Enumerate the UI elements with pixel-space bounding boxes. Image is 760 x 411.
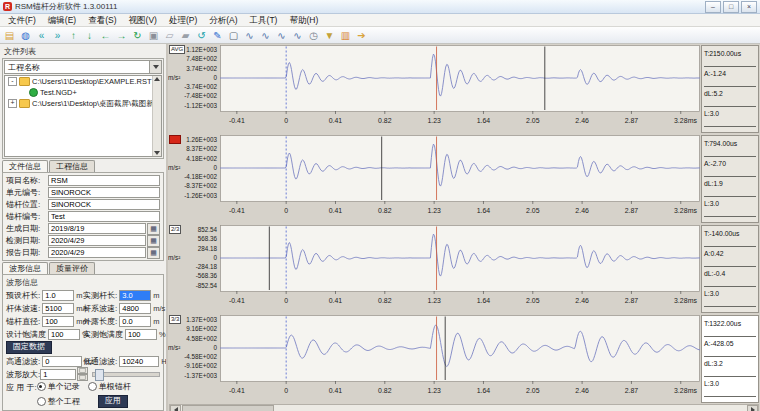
maximize-button[interactable]: □ [723, 1, 739, 13]
toolbar-button[interactable]: ◷ [306, 28, 321, 42]
scroll-down-icon[interactable] [154, 151, 160, 155]
toolbar-button[interactable]: → [114, 28, 129, 42]
toolbar-button[interactable]: ← [98, 28, 113, 42]
wave-field-input[interactable] [119, 303, 151, 314]
toolbar-button[interactable]: ∿ [274, 28, 289, 42]
toolbar-button[interactable]: ▣ [146, 28, 161, 42]
radio-icon[interactable] [37, 397, 46, 406]
fix-data-button[interactable]: 固定数据 [6, 341, 52, 354]
save-project-icon: ◍ [21, 30, 30, 41]
tree-expand-toggle[interactable]: - [8, 77, 17, 86]
menu-item[interactable]: 查看(S) [82, 14, 122, 26]
toolbar-button[interactable]: ▤ [2, 28, 17, 42]
tab-project-info[interactable]: 工程信息 [49, 160, 95, 172]
toolbar-button[interactable]: ◍ [18, 28, 33, 42]
toolbar-button[interactable]: ∿ [258, 28, 273, 42]
spinner-up-icon[interactable] [77, 367, 88, 374]
tree-scrollbar[interactable] [152, 76, 161, 156]
tab-wave-info[interactable]: 波形信息 [2, 262, 48, 274]
x-tick-label: 2.87 [625, 207, 639, 214]
waveform-plot[interactable]: -0.4100.410.821.231.642.052.462.873.28ms [220, 45, 700, 132]
field-input[interactable] [48, 247, 146, 258]
wave-field-input[interactable] [42, 290, 74, 301]
wave-field-input[interactable] [42, 356, 82, 367]
slider-thumb[interactable] [95, 369, 104, 381]
radio-option[interactable]: 整个工程 [37, 396, 88, 407]
wave-field-input[interactable] [119, 356, 159, 367]
toolbar-button[interactable]: ▢ [226, 28, 241, 42]
wave-zoom-spinner[interactable] [40, 367, 88, 381]
toolbar-button[interactable]: ✎ [210, 28, 225, 42]
tab-quality-eval[interactable]: 质量评价 [49, 262, 95, 274]
toolbar-button[interactable]: ➔ [354, 28, 369, 42]
tree-item[interactable]: +C:\Users\1\Desktop\桌面截屏\截图新采集(RST(A)-Wi… [5, 98, 161, 109]
y-axis-column: AVG1.12E+0037.48E+0023.74E+002m/s²0-3.74… [168, 44, 220, 133]
field-input[interactable] [48, 199, 160, 210]
y-tick-label: 1.12E+003 [168, 47, 217, 53]
charts-hscrollbar[interactable] [169, 404, 759, 411]
field-input[interactable] [48, 175, 160, 186]
waveform-plot[interactable]: -0.4100.410.821.231.642.052.462.873.28ms [220, 135, 700, 222]
spinner-down-icon[interactable] [77, 374, 88, 381]
toolbar-button[interactable]: » [50, 28, 65, 42]
scroll-right-icon[interactable] [747, 405, 758, 411]
toolbar-button[interactable]: ∿ [242, 28, 257, 42]
toolbar-button[interactable]: ▼ [322, 28, 337, 42]
tree-expand-toggle[interactable]: + [8, 99, 17, 108]
chevron-down-icon[interactable] [149, 61, 161, 73]
wave-zoom-slider[interactable] [92, 372, 160, 377]
toolbar-button[interactable]: ↑ [66, 28, 81, 42]
field-input[interactable] [48, 235, 146, 246]
readout-value: A:-2.70 [704, 157, 756, 177]
menu-item[interactable]: 编辑(E) [42, 14, 82, 26]
wave-field-input[interactable] [42, 303, 74, 314]
wave-zoom-input[interactable] [40, 369, 76, 380]
calendar-button[interactable]: ▦ [147, 247, 160, 259]
hscroll-thumb[interactable] [182, 405, 274, 411]
wave-field-input[interactable] [119, 316, 151, 327]
y-tick-label: 284.18 [168, 246, 217, 252]
minimize-button[interactable]: – [705, 1, 721, 13]
menu-item[interactable]: 帮助(H) [283, 14, 324, 26]
radio-icon[interactable] [37, 382, 46, 391]
toolbar-button[interactable]: ∿ [290, 28, 305, 42]
toolbar-button[interactable]: « [34, 28, 49, 42]
scroll-left-icon[interactable] [170, 405, 181, 411]
calendar-button[interactable]: ▦ [147, 223, 160, 235]
radio-option[interactable]: 单根锚杆 [88, 381, 139, 392]
wave-field-label: 杆系波速: [83, 303, 117, 314]
field-input[interactable] [48, 223, 146, 234]
project-name-combo[interactable]: 工程名称 [4, 60, 162, 74]
x-tick-label: 1.64 [477, 297, 491, 304]
toolbar-button[interactable]: ↺ [194, 28, 209, 42]
toolbar-button[interactable]: ▥ [338, 28, 353, 42]
scroll-up-icon[interactable] [154, 77, 160, 81]
close-button[interactable]: × [741, 1, 757, 13]
radio-icon[interactable] [88, 382, 97, 391]
toolbar-button[interactable]: ↻ [130, 28, 145, 42]
waveform-plot[interactable]: -0.4100.410.821.231.642.052.462.873.28ms [220, 315, 700, 402]
wave-field-input[interactable] [125, 329, 157, 340]
menu-item[interactable]: 工具(T) [244, 14, 284, 26]
menu-item[interactable]: 分析(A) [203, 14, 243, 26]
menu-item[interactable]: 视图(V) [123, 14, 163, 26]
field-input[interactable] [48, 211, 160, 222]
waveform-plot[interactable]: -0.4100.410.821.231.642.052.462.873.28ms [220, 225, 700, 312]
y-tick-label: -9.16E+002 [168, 363, 217, 369]
chart-panel: 1.26E+0038.37E+0024.18E+002m/s²0-4.18E+0… [168, 134, 760, 223]
apply-button[interactable]: 应用 [98, 395, 128, 408]
toolbar-button[interactable]: ↓ [82, 28, 97, 42]
toolbar-button[interactable]: ▱ [162, 28, 177, 42]
wave-field-input[interactable] [48, 329, 80, 340]
tab-file-info[interactable]: 文件信息 [2, 160, 48, 172]
tree-item[interactable]: -C:\Users\1\Desktop\EXAMPLE.RST [5, 76, 161, 87]
menu-item[interactable]: 文件(F) [2, 14, 42, 26]
radio-option[interactable]: 单个记录 [37, 381, 88, 392]
menu-item[interactable]: 处理(P) [163, 14, 203, 26]
field-input[interactable] [48, 187, 160, 198]
calendar-button[interactable]: ▦ [147, 235, 160, 247]
toolbar-button[interactable]: ▰ [178, 28, 193, 42]
wave-field-input[interactable] [42, 316, 74, 327]
wave-field-input[interactable] [119, 290, 151, 301]
tree-item[interactable]: Test.NGD+ [5, 87, 161, 98]
